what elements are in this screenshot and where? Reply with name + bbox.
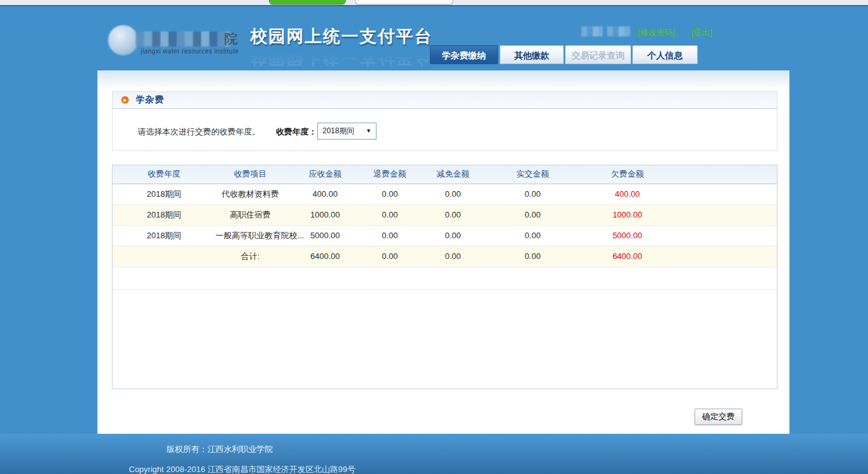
logo-visible-char: 院 — [224, 30, 238, 48]
tab-personal-info[interactable]: 个人信息 — [632, 45, 698, 64]
fee-table: 收费年度 收费项目 应收金额 退费金额 减免金额 实交金额 欠费金额 2018期… — [112, 165, 777, 389]
browser-white-button-fragment[interactable] — [355, 0, 453, 4]
copyright-address-line: Copyright 2008-2016 江西省南昌市国家经济开发区北山路99号 — [129, 464, 356, 474]
total-row: 合计: 6400.00 0.00 0.00 0.00 6400.00 — [113, 246, 777, 267]
header-divider-bar — [0, 64, 868, 70]
table-row: 2018期间 一般高等职业教育院校... 5000.00 0.00 0.00 0… — [113, 225, 777, 246]
change-password-link[interactable]: [修改密码] — [638, 27, 675, 38]
fee-year-label: 收费年度： — [276, 126, 317, 138]
payment-platform-page: 院 jiangxi water resources institute 校园网上… — [0, 0, 868, 474]
panel-top-tint — [97, 70, 789, 89]
col-header-receivable: 应收金额 — [285, 165, 365, 184]
col-header-refund: 退费金额 — [365, 165, 415, 184]
col-header-reduction: 减免金额 — [415, 165, 492, 184]
orange-arrow-bullet-icon: ▸ — [121, 96, 129, 104]
logo-blurred-name — [136, 31, 230, 47]
fee-year-select[interactable]: 2018期间 ▼ — [317, 123, 376, 140]
browser-strip — [0, 0, 868, 5]
user-name-masked — [607, 26, 631, 36]
fee-section: ▸ 学杂费 请选择本次进行交费的收费年度。 收费年度： 2018期间 ▼ — [112, 91, 777, 151]
content-panel: ▸ 学杂费 请选择本次进行交费的收费年度。 收费年度： 2018期间 ▼ 收费年… — [97, 70, 789, 434]
logo-emblem-icon — [108, 25, 138, 55]
table-row: 2018期间 代收教材资料费 400.00 0.00 0.00 0.00 400… — [113, 184, 777, 204]
footer: 版权所有：江西水利职业学院 Copyright 2008-2016 江西省南昌市… — [0, 434, 868, 474]
page-title: 校园网上统一支付平台 — [250, 25, 432, 48]
col-header-fee-item: 收费项目 — [216, 165, 285, 184]
tab-transaction-history[interactable]: 交易记录查询 — [565, 45, 631, 64]
fee-year-selected-value: 2018期间 — [322, 126, 354, 135]
confirm-payment-button[interactable]: 确定交费 — [695, 409, 742, 425]
logo-subtext: jiangxi water resources institute — [141, 48, 239, 55]
col-header-owed: 欠费金额 — [574, 165, 681, 184]
tab-other-payment[interactable]: 其他缴款 — [500, 45, 564, 64]
top-divider-line — [0, 5, 868, 6]
section-title: 学杂费 — [136, 94, 164, 106]
browser-green-button-fragment[interactable] — [269, 0, 346, 4]
table-row: 2018期间 高职住宿费 1000.00 0.00 0.00 0.00 1000… — [113, 204, 777, 225]
fee-section-header: ▸ 学杂费 — [113, 92, 777, 109]
chevron-down-icon: ▼ — [366, 123, 371, 139]
table-header-row: 收费年度 收费项目 应收金额 退费金额 减免金额 实交金额 欠费金额 — [113, 165, 777, 184]
tab-tuition-payment[interactable]: 学杂费缴纳 — [430, 45, 498, 64]
empty-row — [113, 267, 777, 289]
user-name-masked — [581, 26, 603, 36]
logout-link[interactable]: [退出] — [691, 27, 712, 38]
col-header-paid: 实交金额 — [491, 165, 574, 184]
col-header-fee-year: 收费年度 — [113, 165, 216, 184]
instruction-text: 请选择本次进行交费的收费年度。 — [138, 126, 260, 138]
copyright-owner-line: 版权所有：江西水利职业学院 — [167, 444, 273, 455]
school-logo: 院 jiangxi water resources institute — [108, 24, 241, 60]
